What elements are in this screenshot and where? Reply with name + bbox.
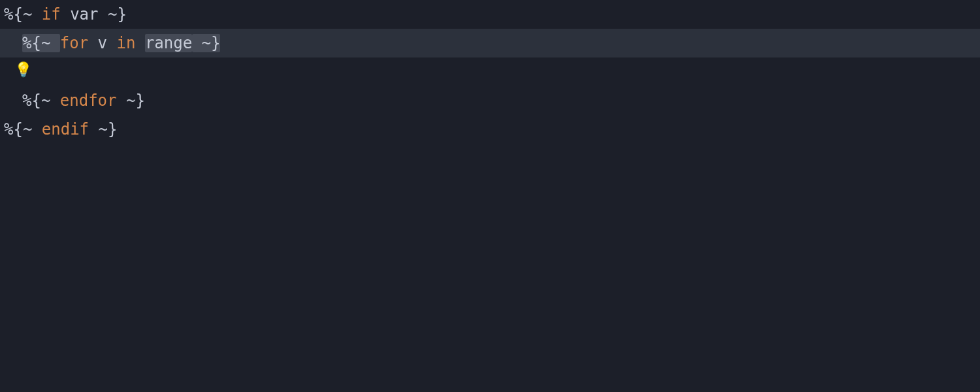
space: [88, 34, 97, 52]
keyword-for: for: [60, 34, 88, 52]
code-line-blank[interactable]: [0, 57, 980, 86]
template-delim-close: ~}: [99, 5, 127, 24]
space: [107, 34, 116, 52]
keyword-if: if: [42, 5, 61, 24]
template-delim-open: %{~: [4, 120, 42, 139]
template-delim-close: ~}: [117, 91, 145, 110]
keyword-endif: endif: [42, 120, 89, 139]
identifier: var: [70, 5, 98, 24]
template-delim-close: ~}: [192, 34, 220, 52]
code-line[interactable]: %{~ endfor ~}: [0, 86, 980, 115]
keyword-endfor: endfor: [60, 91, 117, 110]
keyword-in: in: [117, 34, 136, 52]
template-delim-close: ~}: [89, 120, 117, 139]
template-delim-open: %{~: [22, 34, 60, 52]
space: [135, 34, 144, 52]
code-editor[interactable]: %{~ if var ~} %{~ for v in range ~} %{~ …: [0, 0, 980, 392]
lightbulb-icon[interactable]: 💡: [14, 63, 32, 77]
code-line[interactable]: %{~ endif ~}: [0, 115, 980, 144]
identifier: v: [98, 34, 107, 52]
template-delim-open: %{~: [22, 91, 60, 110]
space: [61, 5, 70, 24]
identifier: range: [145, 34, 192, 52]
code-line[interactable]: %{~ if var ~}: [0, 0, 980, 29]
template-delim-open: %{~: [4, 5, 42, 24]
code-line-active[interactable]: %{~ for v in range ~}: [0, 29, 980, 57]
